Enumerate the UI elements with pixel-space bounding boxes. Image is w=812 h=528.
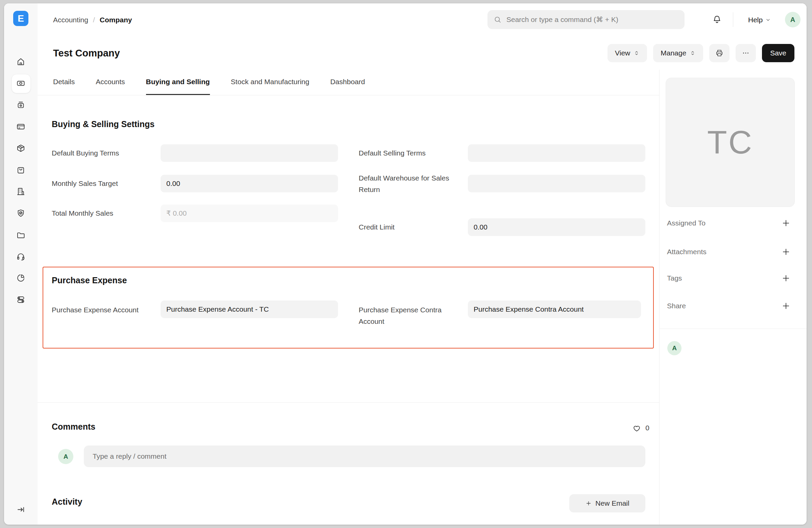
field-input-total-monthly-sales: ₹ 0.00 — [161, 205, 338, 222]
help-menu[interactable]: Help — [748, 3, 771, 36]
topbar-divider — [733, 12, 733, 27]
manage-button-label: Manage — [661, 49, 686, 57]
field-input-credit-limit[interactable]: 0.00 — [468, 218, 646, 236]
support-headset-icon[interactable] — [16, 252, 25, 261]
company-image-placeholder[interactable]: TC — [666, 78, 795, 207]
add-attachment-icon[interactable] — [781, 247, 791, 256]
field-label-default-warehouse-sales-return: Default Warehouse for Sales Return — [359, 172, 460, 195]
payments-register-icon[interactable] — [16, 100, 25, 109]
view-button-label: View — [615, 49, 630, 57]
credit-card-icon[interactable] — [16, 122, 25, 131]
panel-row-share: Share — [659, 297, 807, 315]
field-value: Purchase Expense Contra Account — [474, 305, 584, 313]
page-title: Test Company — [53, 36, 120, 70]
field-label-total-monthly-sales: Total Monthly Sales — [52, 207, 113, 219]
comments-heading: Comments — [52, 422, 95, 432]
form-content: Buying & Selling Settings Default Buying… — [38, 95, 659, 525]
breadcrumb-parent[interactable]: Accounting — [53, 16, 88, 24]
sidebar: E — [4, 3, 38, 525]
attachments-label: Attachments — [667, 248, 707, 256]
app-logo[interactable]: E — [13, 11, 28, 26]
panel-row-assigned-to: Assigned To — [659, 214, 807, 232]
viewer-avatar[interactable]: A — [667, 341, 682, 355]
updown-chevrons-icon — [690, 50, 696, 56]
organization-building-icon[interactable] — [16, 187, 25, 196]
tab-stock-and-manufacturing[interactable]: Stock and Manufacturing — [231, 70, 309, 95]
tab-dashboard[interactable]: Dashboard — [330, 70, 365, 95]
breadcrumb: Accounting / Company — [53, 3, 132, 36]
tab-accounts[interactable]: Accounts — [96, 70, 125, 95]
field-label-default-buying-terms: Default Buying Terms — [52, 147, 119, 159]
like-area: 0 — [609, 422, 649, 434]
field-input-default-buying-terms[interactable] — [161, 144, 338, 162]
notifications-bell-icon[interactable] — [712, 15, 722, 24]
like-count: 0 — [646, 424, 649, 432]
comment-user-avatar: A — [58, 449, 73, 464]
field-input-default-selling-terms[interactable] — [468, 144, 646, 162]
help-label: Help — [748, 16, 763, 24]
more-options-button[interactable] — [736, 44, 756, 62]
settings-toggles-icon[interactable] — [16, 295, 25, 304]
field-label-credit-limit: Credit Limit — [359, 221, 394, 233]
stock-package-icon[interactable] — [16, 144, 25, 153]
updown-chevrons-icon — [634, 50, 640, 56]
logo-letter: E — [18, 13, 24, 24]
title-actions: View Manage Save — [608, 36, 794, 70]
search-icon — [494, 16, 502, 24]
tab-buying-and-selling[interactable]: Buying and Selling — [146, 70, 210, 95]
home-icon[interactable] — [16, 57, 25, 66]
titlebar: Test Company View Manage Save — [38, 36, 807, 70]
search-input[interactable] — [506, 15, 679, 24]
quality-shield-icon[interactable] — [16, 208, 25, 218]
accounting-money-icon[interactable] — [16, 79, 25, 88]
ellipsis-icon — [742, 49, 750, 57]
reports-pie-icon[interactable] — [16, 274, 25, 283]
tags-label: Tags — [667, 274, 682, 282]
field-label-purchase-expense-contra-account: Purchase Expense Contra Account — [359, 304, 453, 327]
field-input-monthly-sales-target[interactable]: 0.00 — [161, 175, 338, 192]
side-panel: TC Assigned To Attachments Tags Share A — [659, 70, 807, 525]
new-email-label: New Email — [595, 499, 629, 508]
field-label-default-selling-terms: Default Selling Terms — [359, 147, 425, 159]
field-value: 0.00 — [474, 223, 488, 231]
new-email-button[interactable]: New Email — [569, 494, 646, 512]
field-input-purchase-expense-account[interactable]: Purchase Expense Account - TC — [161, 300, 338, 318]
field-value: ₹ 0.00 — [166, 209, 187, 217]
form-tabs: Details Accounts Buying and Selling Stoc… — [38, 70, 659, 95]
heart-icon[interactable] — [632, 424, 641, 432]
topbar: Accounting / Company Help A — [38, 3, 807, 37]
add-tag-icon[interactable] — [781, 274, 791, 283]
breadcrumb-separator: / — [93, 16, 95, 24]
field-input-default-warehouse-sales-return[interactable] — [468, 175, 646, 192]
comment-input[interactable] — [92, 452, 637, 461]
add-share-icon[interactable] — [781, 301, 791, 311]
plus-icon — [585, 500, 592, 507]
activity-heading: Activity — [52, 497, 82, 507]
company-initials: TC — [707, 124, 753, 161]
add-assignment-icon[interactable] — [781, 218, 791, 228]
print-button[interactable] — [709, 44, 729, 62]
save-button-label: Save — [770, 49, 786, 57]
app-window: E — [4, 3, 807, 525]
assigned-to-label: Assigned To — [667, 219, 706, 227]
projects-folder-icon[interactable] — [16, 230, 25, 239]
view-button[interactable]: View — [608, 44, 647, 62]
global-search[interactable] — [488, 10, 684, 29]
chevron-down-icon — [765, 17, 771, 23]
expand-sidebar-icon[interactable] — [16, 505, 25, 514]
comment-box[interactable] — [84, 445, 646, 467]
user-avatar-initial: A — [791, 16, 795, 24]
printer-icon — [715, 49, 723, 57]
field-value: Purchase Expense Account - TC — [166, 305, 269, 313]
user-avatar[interactable]: A — [785, 12, 800, 27]
manage-button[interactable]: Manage — [653, 44, 703, 62]
field-input-purchase-expense-contra-account[interactable]: Purchase Expense Contra Account — [468, 300, 641, 318]
field-value: 0.00 — [166, 179, 180, 188]
tab-details[interactable]: Details — [53, 70, 75, 95]
panel-row-tags: Tags — [659, 269, 807, 287]
buying-bag-icon[interactable] — [16, 165, 25, 174]
field-label-purchase-expense-account: Purchase Expense Account — [52, 304, 146, 316]
save-button[interactable]: Save — [762, 44, 794, 62]
panel-row-attachments: Attachments — [659, 243, 807, 261]
comment-avatar-initial: A — [63, 453, 68, 460]
